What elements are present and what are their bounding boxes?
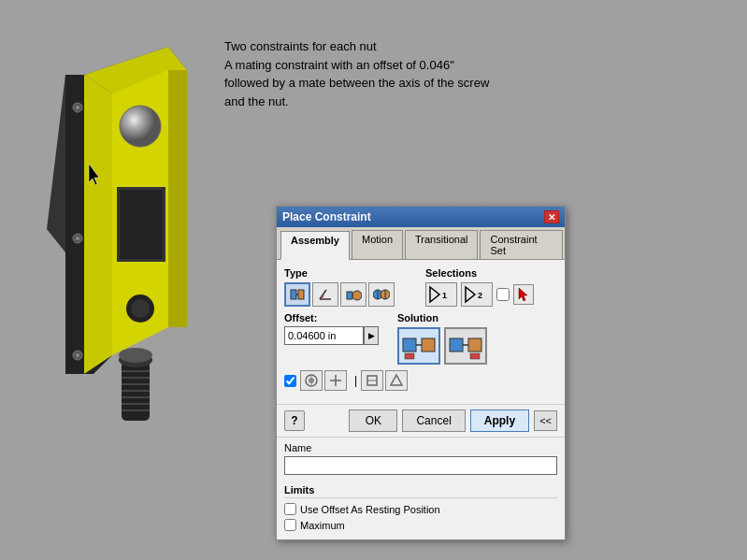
description-text: Two constraints for each nut A mating co… [224,37,561,110]
name-section: Name [277,437,565,480]
svg-rect-53 [450,338,463,352]
selections-label: Selections [425,267,557,279]
type-tangent-button[interactable] [340,282,366,307]
selections-area: 1 2 [425,282,557,307]
solution-buttons [397,327,487,365]
type-section: Type [284,267,416,307]
help-button[interactable]: ? [284,410,305,431]
place-constraint-dialog: Place Constraint ✕ Assembly Motion Trans… [276,206,566,540]
selections-section: Selections 1 2 [425,267,557,307]
dialog-body: Type [277,260,565,404]
svg-rect-50 [422,338,435,352]
offset-label: Offset: [284,312,322,323]
limits-section: Limits Use Offset As Resting Position Ma… [277,480,565,539]
dialog-title: Place Constraint [282,210,371,223]
svg-rect-11 [120,190,163,259]
type-mate-button[interactable] [284,282,310,307]
svg-point-17 [76,237,79,240]
limits-header: Limits [284,484,557,498]
svg-rect-52 [405,353,414,359]
svg-rect-38 [347,292,352,299]
svg-rect-49 [403,338,416,352]
svg-rect-56 [470,353,480,359]
dialog-titlebar[interactable]: Place Constraint ✕ [277,207,565,227]
offset-input[interactable] [284,326,364,345]
offset-arrow-button[interactable]: ▶ [364,326,379,345]
type-insert-button[interactable] [368,282,395,307]
solution-button-2[interactable] [444,327,487,365]
solution-label: Solution [397,312,487,323]
svg-text:2: 2 [478,291,482,300]
svg-rect-54 [468,338,481,352]
selection-cursor-button[interactable] [513,284,534,305]
apply-button[interactable]: Apply [470,409,529,432]
limits-check-row-2: Maximum [284,519,557,531]
maximum-checkbox[interactable] [284,519,296,531]
svg-marker-5 [168,70,187,327]
tab-assembly[interactable]: Assembly [280,231,350,260]
icon-group [300,370,347,391]
svg-marker-48 [519,288,527,301]
solution-button-1[interactable] [397,327,440,365]
predict-offset-checkbox[interactable] [284,375,296,387]
tab-constraint-set[interactable]: Constraint Set [480,230,563,259]
svg-marker-6 [65,75,84,374]
maximum-label: Maximum [300,520,345,531]
tab-transitional[interactable]: Transitional [405,230,478,259]
dialog-footer: ? OK Cancel Apply << [277,404,565,437]
svg-rect-33 [291,290,296,299]
svg-point-13 [131,299,150,318]
solution-section: Solution [397,312,487,365]
selection-checkbox[interactable] [496,288,510,301]
icon-btn-3[interactable] [361,370,383,391]
type-angle-button[interactable] [312,282,338,307]
tab-motion[interactable]: Motion [352,230,403,259]
name-label: Name [284,442,557,453]
selection-1-button[interactable]: 1 [425,282,457,307]
limits-check-row-1: Use Offset As Resting Position [284,503,557,515]
checkbox-icon-row: | [284,370,557,391]
dialog-tabs: Assembly Motion Transitional Constraint … [277,227,565,260]
svg-marker-44 [430,287,439,302]
type-label: Type [284,267,416,279]
use-offset-checkbox[interactable] [284,503,296,515]
cancel-button[interactable]: Cancel [402,409,465,432]
use-offset-label: Use Offset As Resting Position [300,504,440,515]
svg-point-58 [309,378,314,383]
offset-section: Offset: ▶ [284,312,379,345]
svg-marker-46 [466,287,475,302]
icon-btn-4[interactable] [385,370,408,391]
ok-button[interactable]: OK [349,409,397,432]
svg-point-20 [120,106,161,147]
svg-point-31 [119,348,152,363]
selection-2-button[interactable]: 2 [461,282,493,307]
icon-btn-1[interactable] [300,370,323,391]
svg-marker-65 [391,375,402,385]
svg-point-15 [76,106,79,109]
type-buttons [284,282,416,307]
icon-group-2 [361,370,408,391]
more-button[interactable]: << [534,410,557,431]
svg-line-37 [320,290,326,299]
svg-rect-34 [298,290,304,299]
svg-point-19 [76,353,79,357]
svg-text:1: 1 [442,291,447,300]
icon-btn-2[interactable] [324,370,347,391]
3d-model-viewport [28,19,224,411]
dialog-close-button[interactable]: ✕ [544,210,559,223]
name-input[interactable] [284,456,557,475]
svg-marker-3 [84,75,112,374]
svg-point-39 [352,291,362,300]
